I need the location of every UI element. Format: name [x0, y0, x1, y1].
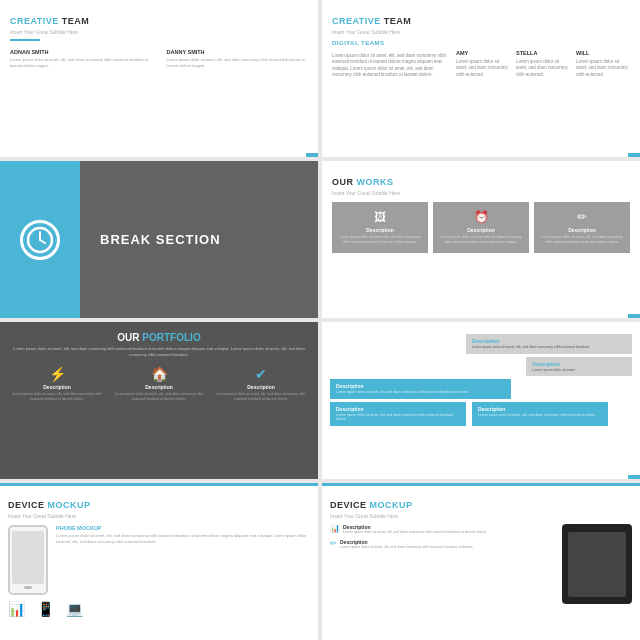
- slide-1-subtitle: Insert Your Great Subtitle Here: [10, 29, 308, 35]
- device-item-icon-2: ✏: [330, 539, 337, 548]
- port-icon-2: 🏠: [151, 366, 168, 382]
- slide-8-title: DEVICE MOCKUP: [330, 494, 632, 512]
- box-row-1: Description Lorem ipsum dolor sit amet, …: [330, 334, 632, 354]
- title-accent-2: CREATIVE: [332, 16, 381, 26]
- blue-bar-4: [628, 314, 640, 318]
- person-stella: STELLA Lorem ipsum dolor sit amet, sed d…: [516, 50, 570, 78]
- work-card-3: ✏ Description Lorem ipsum dolor sit amet…: [534, 202, 630, 253]
- slide-1-title: CREATIVE TEAM: [10, 10, 308, 28]
- title-accent-1: CREATIVE: [10, 16, 59, 26]
- slide-portfolio: OUR PORTFOLIO Lorem ipsum dolor sit amet…: [0, 322, 318, 479]
- gray-box-2: Description Lorem ipsum dolor sit amet.: [526, 357, 632, 377]
- digital-teams-label: DIGITAL TEAMS: [332, 40, 630, 46]
- person-will: WILL Lorem ipsum dolor sit amet, sed dia…: [576, 50, 630, 78]
- tablet-screen: [568, 532, 626, 597]
- slide-2-title: CREATIVE TEAM: [332, 10, 630, 28]
- member-1: ADNAN SMITH Lorem ipsum dolor sit amet, …: [10, 49, 152, 68]
- works-grid: 🖼 Description Lorem ipsum dolor sit amet…: [332, 202, 630, 253]
- device-item-icon-1: 📊: [330, 524, 340, 533]
- box-row-3: Description Lorem ipsum dolor sit amet, …: [330, 379, 632, 399]
- clock-icon: [20, 220, 60, 260]
- portfolio-items: ⚡ Description Lorem ipsum dolor sit amet…: [10, 366, 308, 402]
- slide-creative-team-2: CREATIVE TEAM Insert Your Great Subtitle…: [322, 0, 640, 157]
- bottom-icon-2: 📱: [37, 601, 54, 617]
- work-icon-3: ✏: [577, 210, 587, 224]
- blue-bar-2: [628, 153, 640, 157]
- clock-box: [0, 161, 80, 318]
- blue-box-2: Description Lorem ipsum dolor sit amet, …: [330, 402, 466, 426]
- blue-bar-6: [628, 475, 640, 479]
- slide-8-subtitle: Insert Your Great Subtitle Here: [330, 513, 632, 519]
- slide-creative-team-1: CREATIVE TEAM Insert Your Great Subtitle…: [0, 0, 318, 157]
- slide-4-subtitle: Insert Your Great Subtitle Here: [332, 190, 630, 196]
- team-members-1: ADNAN SMITH Lorem ipsum dolor sit amet, …: [10, 49, 308, 68]
- gray-box-1: Description Lorem ipsum dolor sit amet, …: [466, 334, 632, 354]
- portfolio-desc: Lorem ipsum dolor sit amet, elit, sed di…: [10, 346, 308, 358]
- blue-bar-1: [306, 153, 318, 157]
- slide-device-mockup-1: DEVICE MOCKUP Insert Your Great Subtitle…: [0, 483, 318, 640]
- portfolio-title: OUR PORTFOLIO: [10, 332, 308, 343]
- work-icon-1: 🖼: [374, 210, 386, 224]
- device-item-2: ✏ Description Lorem ipsum dolor sit amet…: [330, 539, 556, 550]
- work-card-1: 🖼 Description Lorem ipsum dolor sit amet…: [332, 202, 428, 253]
- port-icon-1: ⚡: [49, 366, 66, 382]
- boxes-layout: Description Lorem ipsum dolor sit amet, …: [330, 334, 632, 426]
- team-col-right: AMY Lorem ipsum dolor sit amet, sed diam…: [456, 50, 630, 78]
- device-area-7: PHONE MOCKUP Lorem ipsum dolor sit amet,…: [8, 525, 310, 595]
- slide-7-subtitle: Insert Your Great Subtitle Here: [8, 513, 310, 519]
- port-item-1: ⚡ Description Lorem ipsum dolor sit amet…: [10, 366, 104, 402]
- device-item-1: 📊 Description Lorem ipsum dolor sit amet…: [330, 524, 556, 535]
- box-row-2: Description Lorem ipsum dolor sit amet.: [330, 357, 632, 377]
- svg-line-2: [40, 240, 45, 243]
- port-item-3: ✔ Description Lorem ipsum dolor sit amet…: [214, 366, 308, 402]
- team-col-main: Lorem ipsum dolor sit amet, elit, sed di…: [332, 50, 448, 78]
- team-cols: Lorem ipsum dolor sit amet, elit, sed di…: [332, 50, 630, 78]
- blue-box-1: Description Lorem ipsum dolor sit amet, …: [330, 379, 511, 399]
- slide-2-subtitle: Insert Your Great Subtitle Here: [332, 29, 630, 35]
- slide-device-mockup-2: DEVICE MOCKUP Insert Your Great Subtitle…: [322, 483, 640, 640]
- device-items-8: 📊 Description Lorem ipsum dolor sit amet…: [330, 524, 556, 604]
- blue-box-3: Description Lorem ipsum dolor sit amet, …: [472, 402, 608, 426]
- port-item-2: 🏠 Description Lorem ipsum dolor sit amet…: [112, 366, 206, 402]
- slide-4-title: OUR WORKS: [332, 171, 630, 189]
- phone-mockup: [8, 525, 48, 595]
- bottom-icons-7: 📊 📱 💻: [8, 601, 310, 617]
- slide-our-works: OUR WORKS Insert Your Great Subtitle Her…: [322, 161, 640, 318]
- device-item-text-2: Description Lorem ipsum dolor sit amet, …: [340, 539, 473, 550]
- work-card-2: ⏰ Description Lorem ipsum dolor sit amet…: [433, 202, 529, 253]
- work-icon-2: ⏰: [474, 210, 489, 224]
- device-item-text-1: Description Lorem ipsum dolor sit amet, …: [343, 524, 487, 535]
- box-row-4: Description Lorem ipsum dolor sit amet, …: [330, 402, 632, 426]
- bottom-icon-1: 📊: [8, 601, 25, 617]
- break-section-text: BREAK SECTION: [80, 232, 221, 247]
- device-info-7: PHONE MOCKUP Lorem ipsum dolor sit amet,…: [56, 525, 310, 595]
- slide-7-title: DEVICE MOCKUP: [8, 494, 310, 512]
- port-icon-3: ✔: [255, 366, 267, 382]
- phone-screen: [12, 531, 44, 584]
- divider-1: [10, 39, 40, 41]
- tablet-mockup: [562, 524, 632, 604]
- phone-button: [24, 586, 32, 589]
- device-area-8: 📊 Description Lorem ipsum dolor sit amet…: [330, 524, 632, 604]
- slide-boxes: Description Lorem ipsum dolor sit amet, …: [322, 322, 640, 479]
- member-2: DANNY SMITH Lorem ipsum dolor sit amet, …: [167, 49, 309, 68]
- slide-break-section: BREAK SECTION: [0, 161, 318, 318]
- bottom-icon-3: 💻: [66, 601, 83, 617]
- person-amy: AMY Lorem ipsum dolor sit amet, sed diam…: [456, 50, 510, 78]
